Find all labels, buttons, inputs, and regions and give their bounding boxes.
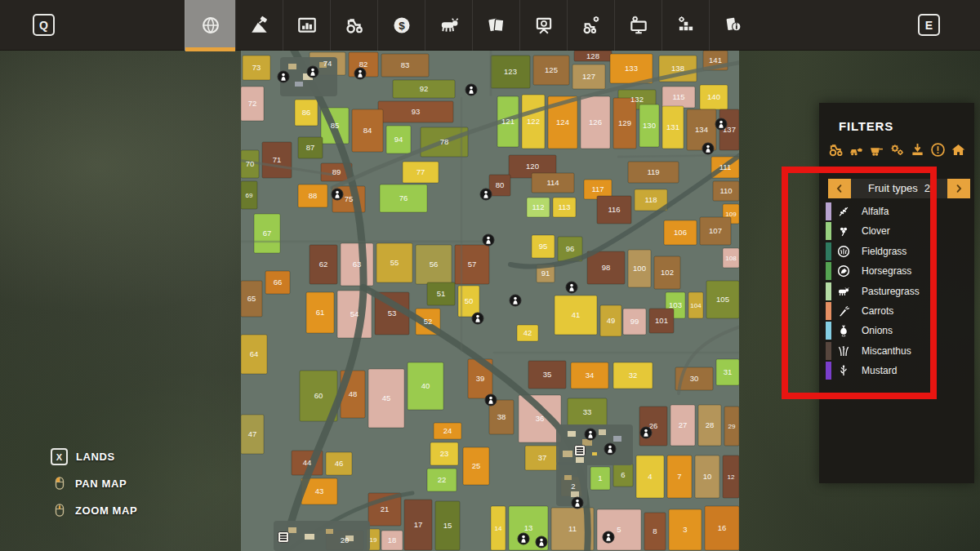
map-marker-icon[interactable] xyxy=(332,189,343,200)
map-marker-icon[interactable] xyxy=(566,282,577,293)
quick-filter-download[interactable] xyxy=(909,140,927,158)
tab-easel[interactable] xyxy=(519,0,567,51)
map-field-number: 75 xyxy=(345,194,354,203)
map-field-number: 87 xyxy=(306,143,315,152)
map-field-number: 127 xyxy=(582,72,595,81)
quick-filter-gears[interactable] xyxy=(888,140,906,158)
map-field-number: 54 xyxy=(350,309,359,318)
tab-bar-chart[interactable] xyxy=(283,0,330,51)
cow-icon xyxy=(439,15,460,36)
home-icon xyxy=(950,141,967,158)
map-field-number: 8 xyxy=(653,527,657,535)
tab-monitor-gear[interactable] xyxy=(614,0,662,51)
quick-filter-tractor[interactable] xyxy=(826,140,844,158)
tab-info-documents[interactable] xyxy=(709,0,756,51)
map-field-number: 92 xyxy=(420,84,429,93)
input-legend: X LANDS PAN MAP ZOOM MAP xyxy=(51,446,137,527)
map-field-number: 95 xyxy=(539,242,548,251)
map-field-number: 39 xyxy=(476,374,485,383)
map-building xyxy=(564,475,572,480)
map-field-number: 119 xyxy=(647,167,659,176)
map-field-number: 1 xyxy=(598,473,602,482)
map-marker-icon[interactable] xyxy=(536,536,547,548)
map-field-number: 5 xyxy=(617,525,621,534)
map-field-number: 101 xyxy=(655,316,668,325)
map-marker-icon[interactable] xyxy=(466,84,477,96)
map-marker-icon[interactable] xyxy=(604,443,616,455)
quick-filter-trailer[interactable] xyxy=(867,140,885,158)
map-field-number: 12 xyxy=(728,473,735,481)
map-marker-icon[interactable] xyxy=(715,118,727,130)
map-field-number: 69 xyxy=(246,192,253,199)
map-marker-icon[interactable] xyxy=(510,295,521,306)
map-marker-icon[interactable] xyxy=(518,533,529,544)
map-field-number: 138 xyxy=(671,64,684,73)
map-field-number: 80 xyxy=(496,180,505,189)
map-marker-icon[interactable] xyxy=(472,313,483,324)
map-field-number: 61 xyxy=(316,308,325,317)
tab-tractor-gear[interactable] xyxy=(567,0,614,51)
map-field-number: 106 xyxy=(674,228,687,237)
map-marker-icon[interactable] xyxy=(572,497,583,509)
map-field-number: 76 xyxy=(399,193,408,202)
map-building xyxy=(305,534,314,540)
map-field-number: 37 xyxy=(538,453,547,462)
map-field-number: 53 xyxy=(388,309,397,318)
tab-tractor[interactable] xyxy=(330,0,377,51)
map-field-number: 46 xyxy=(335,459,344,468)
map-field-number: 51 xyxy=(437,289,446,298)
tab-blocks-gear[interactable] xyxy=(662,0,709,51)
map-field-number: 43 xyxy=(315,487,324,495)
map-poi-icon[interactable] xyxy=(278,532,289,543)
map-marker-icon[interactable] xyxy=(485,394,497,406)
tab-documents[interactable] xyxy=(472,0,519,51)
map-field-number: 128 xyxy=(586,51,599,60)
map-field-number: 18 xyxy=(388,535,397,544)
map-field-number: 3 xyxy=(683,525,687,534)
map-marker-icon[interactable] xyxy=(585,429,596,440)
quick-filter-alert[interactable] xyxy=(929,140,947,158)
map-marker-icon[interactable] xyxy=(480,189,492,200)
map-field-number: 73 xyxy=(252,63,261,72)
quick-filter-loader[interactable] xyxy=(847,140,865,158)
map-marker-icon[interactable] xyxy=(483,234,494,246)
info-documents-icon xyxy=(723,15,744,36)
svg-text:$: $ xyxy=(399,20,405,32)
map-field-number: 27 xyxy=(679,420,688,429)
map-poi-icon[interactable] xyxy=(575,446,586,456)
map-field-number: 16 xyxy=(718,523,727,532)
tab-construction[interactable] xyxy=(235,0,283,51)
map-field-number: 122 xyxy=(527,117,540,126)
map-field-number: 88 xyxy=(309,191,318,200)
map-field-number: 78 xyxy=(440,137,449,146)
map-field-number: 96 xyxy=(566,244,575,253)
map-field-number: 71 xyxy=(273,155,282,164)
pan-map-label: PAN MAP xyxy=(75,478,127,490)
farm-map[interactable]: 7374828392937286858494788771708977887576… xyxy=(241,51,739,551)
zoom-map-label: ZOOM MAP xyxy=(75,504,137,517)
map-marker-icon[interactable] xyxy=(278,71,289,82)
map-marker-icon[interactable] xyxy=(603,531,614,543)
map-field-number: 130 xyxy=(643,121,656,130)
map-marker-icon[interactable] xyxy=(354,68,366,79)
map-marker-icon[interactable] xyxy=(307,66,318,78)
tab-cow[interactable] xyxy=(425,0,472,51)
map-field-number: 52 xyxy=(424,317,433,326)
bar-chart-icon xyxy=(296,15,318,36)
map-field-number: 115 xyxy=(672,92,684,101)
map-field-number: 22 xyxy=(438,475,447,484)
map-field-number: 7 xyxy=(677,472,681,481)
category-next-button[interactable] xyxy=(947,179,970,198)
map-marker-icon[interactable] xyxy=(640,427,652,438)
map-marker-icon[interactable] xyxy=(702,143,714,154)
easel-icon xyxy=(533,15,555,36)
map-field-number: 11 xyxy=(568,524,577,533)
tab-globe[interactable] xyxy=(185,0,235,51)
quick-filter-home[interactable] xyxy=(950,140,968,158)
map-field-number: 91 xyxy=(541,269,550,278)
tab-dollar[interactable]: $ xyxy=(377,0,425,51)
map-field-number: 77 xyxy=(416,167,425,176)
map-field-number: 85 xyxy=(331,121,340,130)
next-menu-key-hint: E xyxy=(918,14,940,36)
map-field-number: 55 xyxy=(390,258,399,267)
